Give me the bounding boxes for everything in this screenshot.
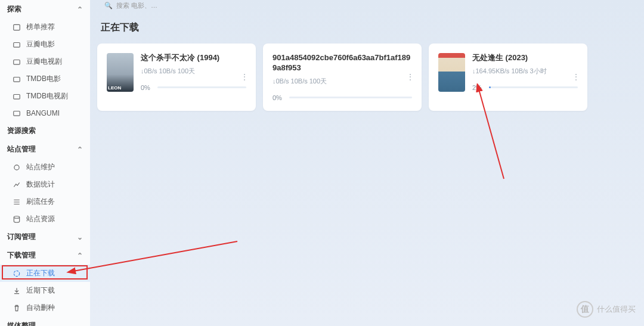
tv-icon	[12, 40, 21, 49]
sidebar-item-tmdb-movie[interactable]: TMDB电影	[0, 70, 90, 88]
search-bar[interactable]: 🔍 搜索 电影、…	[97, 0, 637, 11]
download-icon	[12, 286, 21, 296]
sidebar-item-brush-tasks[interactable]: 刷流任务	[0, 193, 90, 210]
progress-percent: 0%	[141, 84, 153, 91]
svg-point-7	[14, 216, 19, 218]
svg-point-8	[14, 271, 19, 276]
svg-rect-1	[14, 42, 20, 47]
trash-icon	[12, 303, 21, 313]
sidebar-item-label: TMDB电影	[26, 74, 61, 84]
section-media[interactable]: 媒体整理	[0, 316, 90, 326]
sidebar-item-rank[interactable]: 榜单推荐	[0, 18, 90, 36]
spinner-icon	[12, 269, 21, 278]
progress-percent: 0%	[273, 94, 284, 101]
tv-icon	[12, 92, 21, 101]
download-stats: ↓0B/s 10B/s 100天	[141, 67, 246, 76]
sidebar-item-label: BANGUMI	[26, 109, 60, 117]
sidebar-item-label: 豆瓣电影	[26, 39, 55, 49]
sidebar-item-douban-movie[interactable]: 豆瓣电影	[0, 36, 90, 53]
section-label: 订阅管理	[7, 232, 36, 242]
sidebar-item-tmdb-tv[interactable]: TMDB电视剧	[0, 88, 90, 105]
page-title: 正在下载	[101, 21, 637, 34]
more-icon[interactable]: ⋮	[406, 73, 414, 81]
movie-poster	[438, 53, 465, 92]
progress-bar	[289, 97, 412, 98]
sidebar-item-recent-download[interactable]: 近期下载	[0, 282, 90, 299]
chevron-up-icon: ⌃	[77, 252, 83, 260]
chart-icon	[12, 180, 21, 190]
progress-bar	[157, 86, 246, 88]
section-site[interactable]: 站点管理 ⌃	[0, 140, 90, 159]
sidebar-item-label: 正在下载	[26, 268, 55, 278]
section-explore[interactable]: 探索 ⌃	[0, 0, 90, 18]
list-icon	[12, 197, 21, 207]
sidebar-item-auto-seed[interactable]: 自动删种	[0, 299, 90, 316]
movie-poster	[107, 53, 134, 92]
svg-rect-2	[14, 60, 20, 64]
sidebar-item-site-maintain[interactable]: 站点维护	[0, 159, 90, 176]
download-title: 无处逢生 (2023)	[472, 53, 578, 63]
tv-icon	[12, 57, 21, 67]
section-label: 探索	[7, 4, 21, 14]
sidebar-item-data-stats[interactable]: 数据统计	[0, 176, 90, 193]
section-subscribe[interactable]: 订阅管理 ⌄	[0, 228, 90, 246]
section-download[interactable]: 下载管理 ⌃	[0, 246, 90, 265]
sidebar-item-label: TMDB电视剧	[26, 91, 68, 101]
tv-icon	[12, 74, 21, 84]
svg-point-6	[14, 164, 19, 169]
sidebar-item-label: 数据统计	[26, 179, 55, 190]
gear-icon	[12, 163, 21, 172]
sidebar-item-label: 榜单推荐	[26, 22, 55, 32]
search-icon: 🔍	[104, 2, 113, 10]
svg-rect-3	[14, 77, 20, 82]
download-stats: ↓164.95KB/s 10B/s 3小时	[472, 67, 578, 76]
download-title: 901a4854092cbe760f6a63aa7bf1af1899a8f953	[273, 53, 412, 73]
chevron-down-icon: ⌄	[77, 233, 83, 241]
search-placeholder: 搜索 电影、…	[116, 1, 157, 10]
sidebar-item-label: 近期下载	[26, 285, 55, 296]
watermark-icon: 值	[577, 301, 593, 318]
database-icon	[12, 215, 21, 224]
section-label: 下载管理	[7, 250, 36, 260]
section-label: 资源搜索	[7, 126, 36, 136]
sidebar-item-label: 豆瓣电视剧	[26, 57, 62, 67]
download-card[interactable]: 901a4854092cbe760f6a63aa7bf1af1899a8f953…	[263, 44, 422, 111]
section-label: 媒体整理	[7, 321, 36, 326]
sidebar-item-douban-tv[interactable]: 豆瓣电视剧	[0, 53, 90, 70]
chevron-up-icon: ⌃	[77, 5, 83, 14]
progress-percent: 2%	[472, 84, 484, 91]
download-title: 这个杀手不太冷 (1994)	[141, 53, 246, 63]
svg-rect-0	[14, 24, 20, 30]
section-label: 站点管理	[7, 144, 36, 154]
sidebar-item-label: 自动删种	[26, 303, 55, 313]
chevron-up-icon: ⌃	[77, 145, 83, 154]
list-icon	[12, 23, 21, 32]
svg-rect-4	[14, 94, 20, 99]
sidebar-item-site-resource[interactable]: 站点资源	[0, 210, 90, 228]
more-icon[interactable]: ⋮	[240, 73, 249, 81]
main-content: 🔍 搜索 电影、… 正在下载 这个杀手不太冷 (1994) ↓0B/s 10B/…	[90, 0, 644, 326]
download-card[interactable]: 这个杀手不太冷 (1994) ↓0B/s 10B/s 100天 0% ⋮	[97, 44, 256, 111]
progress-bar	[489, 86, 578, 88]
svg-rect-5	[14, 111, 20, 116]
download-stats: ↓0B/s 10B/s 100天	[273, 77, 412, 86]
sidebar-item-label: 站点资源	[26, 214, 55, 224]
sidebar-item-label: 刷流任务	[26, 197, 55, 207]
more-icon[interactable]: ⋮	[572, 73, 580, 81]
sidebar-item-label: 站点维护	[26, 162, 55, 172]
sidebar: 探索 ⌃ 榜单推荐 豆瓣电影 豆瓣电视剧 TMDB电影 TMDB电视剧 BANG…	[0, 0, 90, 326]
sidebar-item-downloading[interactable]: 正在下载	[0, 265, 90, 282]
watermark: 值 什么值得买	[577, 301, 636, 318]
sidebar-item-bangumi[interactable]: BANGUMI	[0, 105, 90, 122]
download-cards: 这个杀手不太冷 (1994) ↓0B/s 10B/s 100天 0% ⋮ 901…	[97, 44, 637, 111]
section-resource[interactable]: 资源搜索	[0, 122, 90, 140]
download-card[interactable]: 无处逢生 (2023) ↓164.95KB/s 10B/s 3小时 2% ⋮	[429, 44, 587, 111]
tv-icon	[12, 108, 21, 118]
watermark-text: 什么值得买	[597, 304, 636, 315]
